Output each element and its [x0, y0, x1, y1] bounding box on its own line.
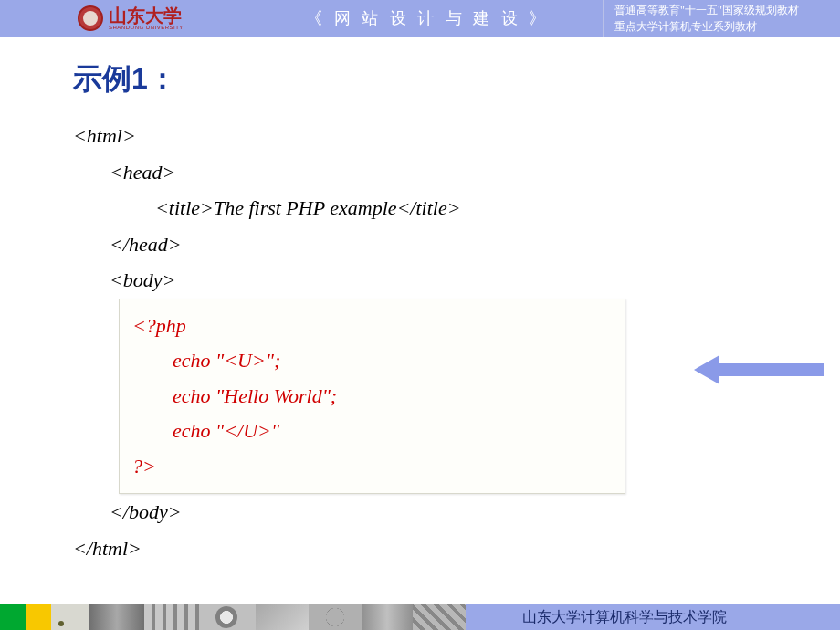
php-close-tag: ?> — [120, 449, 625, 485]
footer-institution: 山东大学计算机科学与技术学院 — [466, 604, 840, 630]
code-block: <html> <head> <title>The first PHP examp… — [73, 118, 794, 567]
arrow-head-icon — [694, 355, 719, 384]
color-tile-grey-1 — [51, 604, 89, 630]
code-line-head-close: </head> — [73, 226, 794, 263]
color-tile-grey-4 — [199, 604, 256, 630]
code-line-body-open: <body> — [73, 262, 794, 299]
series-line-1: 普通高等教育"十一五"国家级规划教材 — [614, 2, 799, 18]
color-tile-green — [0, 604, 26, 630]
color-tile-yellow — [26, 604, 51, 630]
course-title: 《 网 站 设 计 与 建 设 》 — [306, 7, 549, 29]
example-title: 示例1： — [73, 59, 794, 100]
textbook-series-info: 普通高等教育"十一五"国家级规划教材 重点大学计算机专业系列教材 — [603, 0, 799, 37]
php-echo-u-close: echo "</U>" — [120, 414, 625, 449]
php-open-tag: <?php — [120, 309, 625, 344]
slide-content: 示例1： <html> <head> <title>The first PHP … — [0, 37, 840, 567]
university-logo-area: 山东大学 SHANDONG UNIVERSITY — [0, 5, 184, 31]
color-tile-grey-5 — [256, 604, 309, 630]
color-tile-grey-6 — [309, 604, 362, 630]
color-tile-grey-8 — [413, 604, 466, 630]
pointer-arrow-icon — [694, 361, 831, 379]
color-tile-grey-7 — [362, 604, 413, 630]
slide-footer: 山东大学计算机科学与技术学院 — [0, 604, 840, 630]
logo-text-wrap: 山东大学 SHANDONG UNIVERSITY — [109, 6, 184, 30]
slide-header: 山东大学 SHANDONG UNIVERSITY 《 网 站 设 计 与 建 设… — [0, 0, 840, 37]
php-echo-hello: echo "Hello World"; — [120, 379, 625, 415]
php-code-box: <?php echo "<U>"; echo "Hello World"; ec… — [119, 299, 625, 495]
university-subtitle: SHANDONG UNIVERSITY — [109, 25, 184, 30]
code-line-html-close: </html> — [73, 530, 794, 567]
color-tile-grey-2 — [89, 604, 144, 630]
code-line-html-open: <html> — [73, 118, 794, 154]
color-tile-grey-3 — [144, 604, 199, 630]
university-seal-icon — [78, 5, 103, 31]
code-line-title: <title>The first PHP example</title> — [73, 190, 794, 226]
university-name: 山东大学 — [109, 6, 184, 25]
arrow-shaft-icon — [719, 363, 824, 376]
code-line-head-open: <head> — [73, 154, 794, 191]
code-line-body-close: </body> — [73, 494, 794, 530]
series-line-2: 重点大学计算机专业系列教材 — [614, 18, 799, 35]
php-echo-u-open: echo "<U>"; — [120, 343, 625, 379]
decorative-colorbar — [0, 604, 466, 630]
